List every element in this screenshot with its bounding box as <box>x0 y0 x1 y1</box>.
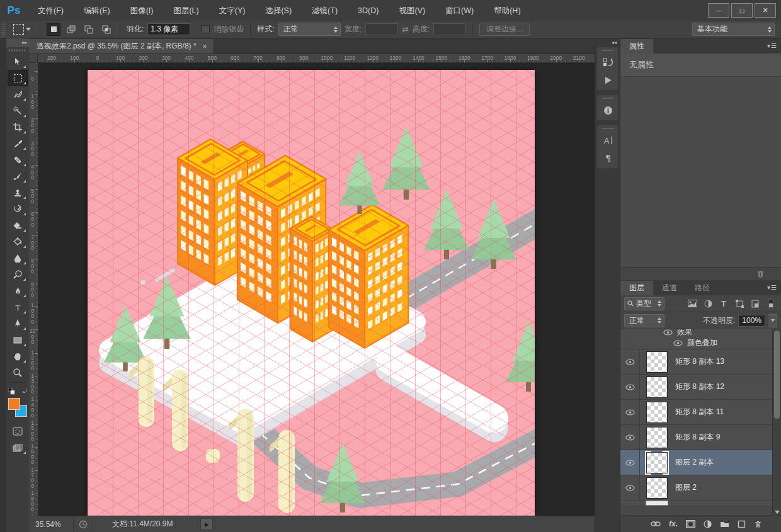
document-canvas[interactable] <box>88 70 535 516</box>
visibility-eye-icon[interactable] <box>663 329 673 336</box>
antialias-checkbox[interactable] <box>202 25 210 33</box>
layer-row[interactable]: 图层 2 <box>620 475 781 501</box>
layer-style-icon[interactable]: fx. <box>669 519 678 528</box>
menu-item-1[interactable]: 编辑(E) <box>74 1 120 21</box>
filter-type-icon[interactable]: T <box>717 299 730 308</box>
tool-preset-picker[interactable] <box>11 23 33 36</box>
history-brush-tool[interactable] <box>8 201 28 217</box>
path-select-tool[interactable] <box>8 315 28 332</box>
crop-tool[interactable] <box>8 119 28 135</box>
maximize-button[interactable]: □ <box>731 3 753 18</box>
new-layer-icon[interactable] <box>738 520 746 528</box>
visibility-eye-icon[interactable] <box>620 400 640 424</box>
tab-properties[interactable]: 属性 <box>620 39 653 54</box>
opacity-dropdown[interactable] <box>768 314 777 327</box>
feather-input[interactable] <box>147 23 190 35</box>
link-layers-icon[interactable] <box>651 521 661 527</box>
character-panel-button[interactable]: A <box>597 132 619 149</box>
layer-thumbnail[interactable] <box>646 376 668 398</box>
visibility-eye-icon[interactable] <box>620 425 640 450</box>
menu-item-10[interactable]: 帮助(H) <box>484 1 530 21</box>
menu-item-9[interactable]: 窗口(W) <box>435 1 484 21</box>
scrollbar-down-arrow[interactable] <box>775 511 780 514</box>
panel-menu-icon[interactable]: ▾☰ <box>767 42 777 49</box>
filter-pixel-icon[interactable] <box>686 300 698 307</box>
eyedropper-tool[interactable] <box>8 135 28 152</box>
dodge-tool[interactable] <box>8 266 28 283</box>
layer-thumbnail[interactable] <box>646 452 668 473</box>
status-options-button[interactable]: ▶ <box>200 518 213 530</box>
shape-tool[interactable] <box>8 332 28 348</box>
filter-smart-object-icon[interactable] <box>749 300 761 308</box>
refine-edge-button[interactable]: 调整边缘... <box>479 23 530 36</box>
workspace-select[interactable]: 基本功能 <box>692 23 775 36</box>
width-input[interactable] <box>365 23 398 35</box>
zoom-level-field[interactable]: 35.54% <box>29 520 73 529</box>
toolbox-collapse[interactable]: ▸▸ <box>6 38 29 47</box>
height-input[interactable] <box>433 23 466 35</box>
screen-mode-button[interactable] <box>8 439 28 456</box>
pen-tool[interactable] <box>8 283 28 299</box>
zoom-tool[interactable] <box>8 365 28 381</box>
layer-mask-icon[interactable] <box>686 520 695 528</box>
visibility-eye-icon[interactable] <box>620 349 640 374</box>
effect-row[interactable]: 颜色叠加 <box>620 337 781 348</box>
type-tool[interactable]: T <box>8 299 28 315</box>
quick-mask-button[interactable] <box>8 423 28 439</box>
gradient-tool[interactable] <box>8 234 28 250</box>
eraser-tool[interactable] <box>8 217 28 234</box>
layer-row[interactable]: 矩形 8 副本 9 <box>620 425 781 450</box>
visibility-eye-icon[interactable] <box>620 475 640 500</box>
menu-item-3[interactable]: 图层(L) <box>163 1 208 21</box>
brush-tool[interactable] <box>8 168 28 184</box>
minimize-button[interactable]: ─ <box>708 3 729 18</box>
filter-shape-icon[interactable] <box>733 300 746 308</box>
visibility-eye-icon[interactable] <box>673 340 683 346</box>
close-tab-icon[interactable]: × <box>203 42 207 51</box>
move-tool[interactable] <box>8 54 28 70</box>
blur-tool[interactable] <box>8 250 28 266</box>
document-tab[interactable]: 透视效果2.psd @ 35.5% (图层 2 副本, RGB/8) * × <box>29 39 214 54</box>
visibility-eye-icon[interactable] <box>620 375 640 399</box>
tab-layers[interactable]: 图层 <box>620 281 653 295</box>
layer-thumbnail[interactable] <box>646 351 668 373</box>
selection-add-button[interactable] <box>64 23 78 36</box>
layer-thumbnail[interactable] <box>646 477 668 499</box>
scrollbar-thumb[interactable] <box>774 331 780 419</box>
effect-row[interactable]: 效果 <box>620 329 781 337</box>
menu-item-8[interactable]: 视图(V) <box>389 1 435 21</box>
foreground-color-swatch[interactable] <box>8 398 20 410</box>
swap-colors-icon[interactable]: ⤾ <box>23 388 28 395</box>
menu-item-7[interactable]: 3D(D) <box>348 1 389 21</box>
magic-wand-tool[interactable] <box>8 103 28 119</box>
swap-dimensions-icon[interactable]: ⇄ <box>402 25 409 34</box>
layer-row[interactable]: 图层 2 副本 <box>620 450 781 475</box>
visibility-eye-icon[interactable] <box>620 450 640 475</box>
new-group-icon[interactable] <box>720 520 729 528</box>
selection-subtract-button[interactable] <box>82 23 96 36</box>
filter-toggle-switch[interactable] <box>765 298 777 308</box>
style-select[interactable]: 正常 <box>278 23 341 36</box>
layer-row[interactable]: 矩形 8 副本 12 <box>620 375 781 400</box>
default-colors-icon[interactable] <box>8 388 15 395</box>
layer-row[interactable]: 矩形 8 副本 13 <box>620 349 781 375</box>
paragraph-panel-button[interactable]: ¶ <box>597 149 619 167</box>
layer-row[interactable]: 矩形 8 副本 11 <box>620 400 781 425</box>
healing-brush-tool[interactable] <box>8 152 28 168</box>
layers-scrollbar[interactable] <box>772 329 781 516</box>
layers-panel-menu-icon[interactable]: ▾☰ <box>767 284 777 291</box>
selection-new-button[interactable] <box>47 23 60 36</box>
tab-channels[interactable]: 通道 <box>653 281 686 295</box>
horizontal-ruler[interactable]: 2001000100200300400500600700800900100011… <box>38 54 595 63</box>
clone-source-panel-button[interactable] <box>597 54 619 71</box>
vertical-ruler[interactable]: 0100200300400500600700800900100011001200… <box>29 63 38 516</box>
lasso-tool[interactable] <box>8 86 28 103</box>
dock-collapse-icon[interactable]: ◂◂ <box>595 38 620 47</box>
menu-item-5[interactable]: 选择(S) <box>255 1 302 21</box>
trash-icon[interactable] <box>756 270 765 278</box>
delete-layer-icon[interactable] <box>754 520 762 528</box>
adjustment-layer-icon[interactable] <box>704 520 712 528</box>
actions-play-panel-button[interactable] <box>597 71 619 89</box>
filter-adjustment-icon[interactable] <box>702 300 714 308</box>
layer-thumbnail[interactable] <box>646 427 668 448</box>
